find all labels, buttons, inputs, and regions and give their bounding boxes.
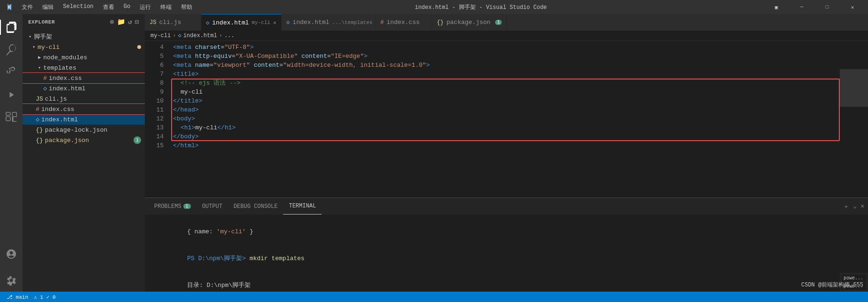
file-label: index.css bbox=[41, 106, 74, 113]
editor-area: JS cli.js ◇ index.html my-cli ✕ ◇ index.… bbox=[145, 14, 868, 292]
status-branch[interactable]: ⎇ main bbox=[4, 294, 31, 300]
activity-run[interactable] bbox=[0, 84, 23, 106]
file-label: index.css bbox=[49, 75, 82, 82]
code-line-9: my-cli bbox=[173, 87, 840, 96]
menu-view[interactable]: 查看 bbox=[99, 2, 118, 12]
maximize-button[interactable]: □ bbox=[816, 0, 838, 14]
modified-indicator bbox=[137, 45, 141, 49]
html-icon: ◇ bbox=[286, 19, 290, 26]
tab-subtitle: my-cli bbox=[252, 20, 270, 25]
app-icon bbox=[5, 2, 14, 12]
code-line-5: <meta http-equiv="X-UA-Compatible" conte… bbox=[173, 52, 840, 61]
tab-path: ...\templates bbox=[332, 20, 372, 25]
tab-badge: 1 bbox=[495, 20, 502, 25]
tab-index-html-templates[interactable]: ◇ index.html ...\templates bbox=[282, 14, 376, 31]
minimize-button[interactable]: ─ bbox=[791, 0, 813, 14]
minimap bbox=[840, 41, 868, 198]
expand-icon: ▾ bbox=[26, 34, 34, 40]
breadcrumb-root[interactable]: my-cli bbox=[150, 32, 171, 39]
activity-source-control[interactable] bbox=[0, 61, 23, 84]
activity-bar bbox=[0, 14, 23, 292]
tab-cli-js[interactable]: JS cli.js bbox=[145, 14, 201, 31]
close-panel-icon[interactable]: ✕ bbox=[860, 202, 864, 211]
tab-label: DEBUG CONSOLE bbox=[234, 203, 278, 210]
new-file-icon[interactable]: ⊕ bbox=[110, 18, 114, 26]
tab-label: cli.js bbox=[159, 19, 181, 26]
add-terminal-icon[interactable]: ＋ bbox=[843, 202, 849, 211]
menu-file[interactable]: 文件 bbox=[18, 2, 37, 12]
tab-label: package.json bbox=[447, 19, 491, 26]
activity-explorer[interactable] bbox=[0, 16, 23, 39]
code-line-8: <!-- ejs 语法 --> bbox=[173, 79, 840, 87]
terminal-content[interactable]: { name: 'my-cli' } PS D:\npm\脚手架> mkdir … bbox=[145, 215, 868, 292]
activity-search[interactable] bbox=[0, 39, 23, 61]
tab-close-button[interactable]: ✕ bbox=[273, 19, 276, 26]
code-line-6: <meta name="viewport" content="width=dev… bbox=[173, 61, 840, 70]
tab-debug-console[interactable]: DEBUG CONSOLE bbox=[228, 198, 284, 215]
js-icon: JS bbox=[150, 19, 156, 26]
code-line-10: </title> bbox=[173, 96, 840, 105]
tree-my-cli[interactable]: ▾ my-cli bbox=[23, 42, 145, 52]
tab-terminal[interactable]: TERMINAL bbox=[283, 198, 322, 215]
tab-label: PROBLEMS bbox=[154, 203, 181, 210]
sidebar: EXPLORER ⊕ 📁 ↺ ⊟ ▾ 脚手架 ▾ my-cli bbox=[23, 14, 145, 292]
tab-problems[interactable]: PROBLEMS 1 bbox=[149, 198, 197, 215]
watermark: CSDN @前端架构师_555 bbox=[801, 281, 863, 289]
tab-package-json[interactable]: {} package.json 1 bbox=[432, 14, 507, 31]
file-label: package-lock.json bbox=[45, 127, 108, 134]
menu-selection[interactable]: Selection bbox=[59, 2, 97, 12]
file-label: cli.js bbox=[45, 95, 67, 103]
tab-index-css[interactable]: # index.css bbox=[376, 14, 432, 31]
terminal-line-3: 目录: D:\npm\脚手架 bbox=[150, 272, 862, 292]
file-label: package.json bbox=[45, 137, 89, 144]
tree-package-json[interactable]: {} package.json 1 bbox=[23, 135, 145, 145]
tree-index-html-inner[interactable]: ◇ index.html bbox=[23, 83, 145, 94]
tree-index-css-inner[interactable]: # index.css bbox=[23, 73, 145, 83]
code-editor[interactable]: <meta charset="UTF-8"> <meta http-equiv=… bbox=[167, 41, 840, 198]
terminal-line-2: PS D:\npm\脚手架> mkdir templates bbox=[150, 245, 862, 272]
tree-templates[interactable]: ▾ templates bbox=[23, 63, 145, 73]
json-icon: {} bbox=[437, 19, 443, 26]
tree-root[interactable]: ▾ 脚手架 bbox=[23, 32, 145, 42]
tree-node-modules[interactable]: ▶ node_modules bbox=[23, 52, 145, 63]
layout-icon[interactable]: ▣ bbox=[765, 0, 787, 14]
menu-edit[interactable]: 编辑 bbox=[39, 2, 57, 12]
panel-tab-bar: PROBLEMS 1 OUTPUT DEBUG CONSOLE TERMINAL… bbox=[145, 198, 868, 215]
css-icon: # bbox=[380, 19, 384, 26]
menu-terminal[interactable]: 终端 bbox=[157, 2, 175, 12]
expand-icon: ▾ bbox=[36, 65, 43, 71]
activity-account[interactable] bbox=[0, 243, 23, 265]
folder-label: templates bbox=[43, 64, 76, 72]
close-button[interactable]: ✕ bbox=[842, 0, 863, 14]
tree-cli-js[interactable]: JS cli.js bbox=[23, 94, 145, 104]
menu-help[interactable]: 帮助 bbox=[177, 2, 196, 12]
panel-controls: ＋ ⌄ ✕ bbox=[843, 202, 864, 211]
split-icon[interactable]: ⌄ bbox=[853, 202, 857, 211]
html-icon: ◇ bbox=[206, 19, 209, 26]
folder-label: node_modules bbox=[43, 54, 87, 61]
code-line-11: </head> bbox=[173, 105, 840, 114]
tab-output[interactable]: OUTPUT bbox=[197, 198, 228, 215]
activity-settings[interactable] bbox=[0, 269, 23, 292]
tab-bar: JS cli.js ◇ index.html my-cli ✕ ◇ index.… bbox=[145, 14, 868, 31]
window-title: index.html - 脚手架 - Visual Studio Code bbox=[196, 3, 765, 11]
menu-run[interactable]: 运行 bbox=[136, 2, 155, 12]
refresh-icon[interactable]: ↺ bbox=[128, 18, 132, 26]
collapse-icon[interactable]: ⊟ bbox=[135, 18, 139, 26]
menu-go[interactable]: Go bbox=[120, 2, 134, 12]
editor: 4 5 6 7 8 9 10 11 12 13 14 15 <meta char… bbox=[145, 41, 868, 198]
tree-index-html-outer[interactable]: ◇ index.html bbox=[23, 114, 145, 125]
tab-index-html-active[interactable]: ◇ index.html my-cli ✕ bbox=[201, 14, 282, 31]
activity-extensions[interactable] bbox=[0, 106, 23, 129]
status-bar: ⎇ main ⚠ 1 ✓ 0 bbox=[0, 292, 868, 302]
tree-package-lock-json[interactable]: {} package-lock.json bbox=[23, 125, 145, 135]
tab-label: index.css bbox=[387, 19, 419, 26]
breadcrumb-more[interactable]: ... bbox=[224, 32, 235, 39]
line-numbers: 4 5 6 7 8 9 10 11 12 13 14 15 bbox=[145, 41, 167, 198]
sidebar-actions: ⊕ 📁 ↺ ⊟ bbox=[110, 18, 139, 26]
breadcrumb-file[interactable]: index.html bbox=[183, 32, 217, 39]
new-folder-icon[interactable]: 📁 bbox=[117, 18, 126, 26]
tree-index-css-outer[interactable]: # index.css bbox=[23, 104, 145, 114]
file-label: index.html bbox=[41, 116, 78, 123]
status-errors[interactable]: ⚠ 1 ✓ 0 bbox=[31, 294, 58, 300]
